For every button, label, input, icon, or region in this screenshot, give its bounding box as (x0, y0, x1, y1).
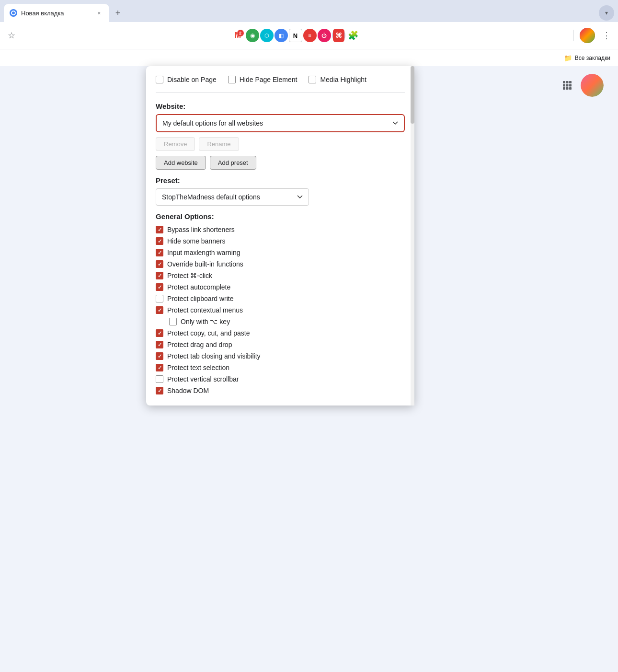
cmd-symbol: ⌘ (333, 29, 344, 42)
svg-rect-4 (566, 84, 569, 87)
active-tab[interactable]: Новая вкладка × (4, 4, 109, 22)
option-label-protect_text: Protect text selection (167, 364, 229, 371)
option-protect_autocomplete[interactable]: Protect autocomplete (156, 282, 405, 292)
all-bookmarks-label: Все закладки (575, 55, 610, 61)
ext-pink-icon[interactable]: ⏻ (318, 29, 331, 42)
ext-notion-icon[interactable]: N (289, 29, 302, 42)
svg-rect-0 (563, 81, 565, 83)
website-button-row: Remove Rename (156, 137, 405, 151)
ext-green-icon[interactable]: ◉ (246, 29, 259, 42)
option-protect_cmd_click[interactable]: Protect ⌘-click (156, 270, 405, 281)
gmail-extension-icon[interactable]: M 2 (231, 29, 245, 42)
option-protect_scrollbar[interactable]: Protect vertical scrollbar (156, 374, 405, 384)
checkbox-box-protect_autocomplete (156, 283, 163, 291)
disable-on-page-checkbox[interactable]: Disable on Page (156, 76, 217, 83)
chevron-down-icon: ▾ (605, 10, 608, 16)
option-shadow_dom[interactable]: Shadow DOM (156, 385, 405, 396)
tab-dropdown-button[interactable]: ▾ (599, 5, 614, 21)
ext-puzzle-icon[interactable]: 🧩 (346, 29, 360, 42)
page-right-icons (560, 74, 604, 97)
disable-on-page-box (156, 76, 163, 83)
hide-page-element-label: Hide Page Element (240, 76, 298, 83)
extension-popup: Disable on Page Hide Page Element Media … (146, 66, 414, 406)
bookmarks-bar: 📁 Все закладки (0, 49, 618, 66)
svg-rect-2 (569, 81, 572, 83)
option-protect_copy[interactable]: Protect copy, cut, and paste (156, 328, 405, 338)
ext-cmd-icon[interactable]: ⌘ (332, 29, 345, 42)
option-label-protect_copy: Protect copy, cut, and paste (167, 329, 250, 337)
ext-red-symbol: ≡ (308, 33, 311, 38)
option-protect_drag[interactable]: Protect drag and drop (156, 339, 405, 350)
option-bypass_link[interactable]: Bypass link shorteners (156, 224, 405, 235)
ext-blue-icon[interactable]: ◧ (275, 29, 288, 42)
option-override_builtin[interactable]: Override built-in functions (156, 259, 405, 269)
ext-red-icon[interactable]: ≡ (303, 29, 317, 42)
new-tab-button[interactable]: + (111, 6, 125, 20)
scrollbar-thumb[interactable] (411, 66, 414, 124)
preset-section: Preset: StopTheMadness default options (156, 176, 405, 206)
media-highlight-label: Media Highlight (320, 76, 366, 83)
option-protect_text[interactable]: Protect text selection (156, 362, 405, 373)
option-label-hide_banners: Hide some banners (167, 237, 225, 245)
option-only_with_key[interactable]: Only with ⌥ key (156, 316, 405, 327)
avatar-image (580, 28, 595, 43)
option-label-shadow_dom: Shadow DOM (167, 387, 209, 394)
top-checkboxes-row: Disable on Page Hide Page Element Media … (156, 76, 405, 83)
website-select[interactable]: My default options for all websites (156, 114, 405, 132)
option-label-protect_tab: Protect tab closing and visibility (167, 352, 261, 360)
option-protect_clipboard[interactable]: Protect clipboard write (156, 293, 405, 304)
hide-page-element-checkbox[interactable]: Hide Page Element (228, 76, 298, 83)
toolbar-divider (573, 30, 574, 41)
option-label-override_builtin: Override built-in functions (167, 260, 243, 268)
checkbox-box-only_with_key (169, 318, 177, 325)
svg-rect-8 (569, 87, 572, 90)
page-profile-avatar[interactable] (581, 74, 604, 97)
option-input_maxlength[interactable]: Input maxlength warning (156, 247, 405, 258)
option-label-protect_clipboard: Protect clipboard write (167, 295, 234, 302)
option-hide_banners[interactable]: Hide some banners (156, 236, 405, 246)
checkbox-box-input_maxlength (156, 249, 163, 256)
profile-avatar[interactable] (580, 28, 595, 43)
preset-select[interactable]: StopTheMadness default options (156, 188, 309, 206)
ext-green-symbol: ◉ (250, 32, 255, 39)
more-options-button[interactable]: ⋮ (599, 28, 614, 43)
puzzle-symbol: 🧩 (346, 29, 360, 42)
svg-rect-6 (563, 87, 565, 90)
extensions-bar: M 2 ◉ ⬡ ◧ N ≡ ⏻ (23, 29, 568, 42)
ext-teal-symbol: ⬡ (264, 33, 269, 39)
add-website-button[interactable]: Add website (156, 156, 206, 170)
ext-blue-symbol: ◧ (279, 33, 284, 39)
checkbox-box-override_builtin (156, 260, 163, 268)
option-protect_tab[interactable]: Protect tab closing and visibility (156, 351, 405, 361)
browser-chrome: Новая вкладка × + ▾ ☆ M 2 ◉ ⬡ (0, 0, 618, 66)
media-highlight-checkbox[interactable]: Media Highlight (309, 76, 366, 83)
gmail-badge: 2 (237, 30, 244, 36)
option-protect_contextual[interactable]: Protect contextual menus (156, 305, 405, 315)
disable-on-page-label: Disable on Page (167, 76, 217, 83)
apps-grid-icon[interactable] (560, 78, 575, 93)
scrollbar-track[interactable] (411, 66, 414, 406)
folder-icon: 📁 (564, 54, 572, 62)
star-icon: ☆ (8, 30, 15, 41)
option-label-input_maxlength: Input maxlength warning (167, 249, 240, 256)
checkbox-box-protect_scrollbar (156, 375, 163, 383)
remove-button[interactable]: Remove (156, 137, 195, 151)
options-list: Bypass link shortenersHide some bannersI… (156, 224, 405, 396)
ext-teal-icon[interactable]: ⬡ (260, 29, 274, 42)
checkbox-box-protect_clipboard (156, 295, 163, 302)
website-section: Website: My default options for all webs… (156, 102, 405, 170)
checkbox-box-protect_text (156, 364, 163, 371)
checkbox-box-hide_banners (156, 237, 163, 245)
checkbox-box-shadow_dom (156, 387, 163, 394)
hide-page-element-box (228, 76, 236, 83)
option-label-protect_scrollbar: Protect vertical scrollbar (167, 375, 239, 383)
svg-rect-1 (566, 81, 569, 83)
checkbox-box-protect_tab (156, 352, 163, 360)
add-preset-button[interactable]: Add preset (210, 156, 256, 170)
all-bookmarks-item[interactable]: 📁 Все закладки (560, 52, 614, 64)
tab-close-button[interactable]: × (95, 9, 103, 17)
option-label-protect_autocomplete: Protect autocomplete (167, 283, 230, 291)
three-dots-icon: ⋮ (602, 30, 611, 41)
bookmark-star-button[interactable]: ☆ (4, 28, 19, 43)
rename-button[interactable]: Rename (199, 137, 239, 151)
